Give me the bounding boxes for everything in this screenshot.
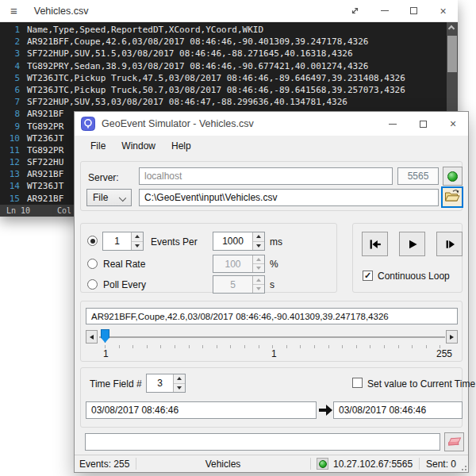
line-text: Name,Type,Speed,ReportedDT,XCoord,YCoord… (27, 24, 263, 36)
line-number: 10 (0, 132, 27, 144)
spinner-up-icon[interactable] (132, 232, 143, 241)
simulator-titlebar: GeoEvent Simulator - Vehicles.csv × (75, 112, 468, 136)
line-number: 3 (0, 48, 27, 60)
line-number: 5 (0, 72, 27, 84)
time-field-label: Time Field # (90, 378, 142, 390)
menu-window[interactable]: Window (113, 137, 163, 155)
chevron-down-icon (119, 194, 126, 202)
line-number: 9 (0, 121, 27, 132)
menu-file[interactable]: File (83, 137, 113, 155)
poll-every-radio[interactable] (87, 279, 98, 290)
editor-line[interactable]: 1Name,Type,Speed,ReportedDT,XCoord,YCoor… (0, 24, 458, 36)
connect-button[interactable] (443, 167, 463, 186)
editor-line[interactable]: 2AR921BFF,Coupe,42.6,03/08/2017 08:46:46… (0, 36, 458, 48)
output-field[interactable] (85, 433, 440, 451)
time-field-spinner[interactable]: 3 (146, 374, 186, 393)
editor-line[interactable]: 3SF722HUP,SUV,51.5,03/08/2017 08:46:46,-… (0, 48, 458, 60)
real-rate-unit-label: % (270, 259, 278, 270)
simulator-statusbar: Events: 255 Vehicles 10.27.102.67:5565 S… (75, 455, 468, 472)
line-number: 12 (0, 156, 27, 168)
editor-line[interactable]: 7SF722HUP,SUV,53,03/08/2017 08:46:47,-88… (0, 96, 458, 108)
interval-spinner[interactable]: 1000 (213, 232, 265, 251)
menu-icon[interactable]: ≡ (10, 5, 17, 17)
port-input[interactable]: 5565 (397, 167, 439, 185)
line-text: AR921BF (27, 108, 63, 120)
feed-name: Vehicles (136, 459, 310, 470)
event-count-spinner[interactable]: 1 (102, 232, 144, 251)
real-rate-radio[interactable] (87, 259, 98, 269)
poll-every-label: Poll Every (103, 279, 146, 290)
slider-right-arrow[interactable] (446, 330, 458, 344)
server-input[interactable]: localhost (139, 167, 393, 185)
spinner-down-icon[interactable] (174, 383, 185, 393)
step-button[interactable] (436, 232, 463, 256)
line-text: SF722HUP,SUV,53,03/08/2017 08:46:47,-88.… (27, 96, 347, 108)
event-slider-thumb[interactable] (101, 329, 109, 343)
editor-line[interactable]: 6WT236JTC,Pickup Truck,50.7,03/08/2017 0… (0, 84, 458, 96)
close-icon[interactable]: × (438, 112, 468, 136)
server-label: Server: (88, 172, 119, 183)
editor-line[interactable]: 5WT236JTC,Pickup Truck,47.5,03/08/2017 0… (0, 72, 458, 84)
browse-button[interactable] (441, 186, 463, 208)
eraser-icon (447, 437, 461, 446)
real-rate-label: Real Rate (103, 259, 145, 270)
slider-mid-label: 1 (271, 348, 277, 359)
line-number: 11 (0, 144, 27, 156)
menu-help[interactable]: Help (163, 137, 199, 155)
minimize-icon[interactable] (370, 0, 399, 21)
scroll-up-icon[interactable] (448, 25, 455, 32)
set-current-time-checkbox[interactable] (352, 378, 363, 388)
simulator-window: GeoEvent Simulator - Vehicles.csv × File… (74, 111, 469, 473)
events-per-radio[interactable] (87, 236, 98, 246)
line-text: WT236JTC,Pickup Truck,50.7,03/08/2017 08… (27, 84, 405, 96)
connection-group: Server: localhost 5565 File C:\GeoEvent\… (80, 161, 463, 211)
resize-grip[interactable] (459, 463, 466, 470)
spinner-up-icon[interactable] (253, 232, 264, 241)
editor-line[interactable]: 4TG892PRY,Sedan,38.9,03/08/2017 08:46:46… (0, 60, 458, 72)
column-indicator: Col (57, 205, 71, 217)
spinner-down-icon[interactable] (132, 241, 143, 251)
event-slider-track[interactable] (99, 336, 445, 338)
source-type-value: File (93, 192, 108, 203)
server-address: 10.27.102.67:5565 (333, 459, 413, 470)
line-text: WT236JT (27, 180, 63, 192)
time-group: Time Field # 3 Set value to Current Time… (80, 367, 463, 428)
maximize-icon[interactable] (399, 0, 428, 21)
events-per-label: Events Per (151, 236, 198, 248)
status-green-icon (317, 458, 328, 470)
rewind-button[interactable] (362, 232, 388, 256)
sent-count: Sent: 0 (426, 459, 456, 470)
line-text: TG892PRY,Sedan,38.9,03/08/2017 08:46:46,… (27, 60, 368, 72)
maximize-icon[interactable] (408, 112, 438, 136)
time-to-field[interactable]: 03/08/2017 08:46:46 (333, 401, 463, 419)
clear-button[interactable] (444, 432, 464, 451)
line-number: 4 (0, 60, 27, 72)
play-button[interactable] (399, 232, 425, 256)
continuous-loop-checkbox[interactable]: ✓ (363, 271, 373, 281)
event-group: AR921BFF,Coupe,42.6,03/08/2017 08:46:46,… (80, 301, 463, 362)
line-text: AR921BF (27, 193, 63, 205)
file-path-input[interactable]: C:\GeoEvent\input\Vehicles.csv (139, 189, 439, 206)
line-number: 14 (0, 180, 27, 192)
spinner-down-icon[interactable] (253, 241, 264, 251)
line-number: 6 (0, 84, 27, 96)
slider-left-arrow[interactable] (86, 330, 98, 344)
slider-min-label: 1 (103, 348, 109, 359)
line-text: SF722HUP,SUV,51.5,03/08/2017 08:46:46,-8… (27, 48, 353, 60)
continuous-loop-label: Continuous Loop (378, 271, 450, 282)
close-icon[interactable]: × (428, 0, 458, 21)
events-count: Events: 255 (79, 459, 129, 470)
current-event-field[interactable]: AR921BFF,Coupe,42.6,03/08/2017 08:46:46,… (86, 308, 458, 324)
minimize-icon[interactable] (378, 112, 408, 136)
spinner-up-icon[interactable] (174, 374, 185, 383)
real-rate-spinner: 100 (213, 255, 265, 273)
expand-icon[interactable] (340, 0, 370, 21)
interval-unit-label: ms (270, 236, 282, 248)
time-from-field[interactable]: 03/08/2017 08:46:46 (86, 401, 317, 419)
scrollbar-thumb[interactable] (447, 36, 457, 72)
line-text: AR921BFF,Coupe,42.6,03/08/2017 08:46:46,… (27, 36, 368, 48)
line-text: AR921BF (27, 168, 63, 180)
line-number: 1 (0, 24, 27, 36)
source-type-select[interactable]: File (86, 189, 132, 206)
editor-titlebar: ≡ Vehicles.csv × (0, 0, 458, 22)
